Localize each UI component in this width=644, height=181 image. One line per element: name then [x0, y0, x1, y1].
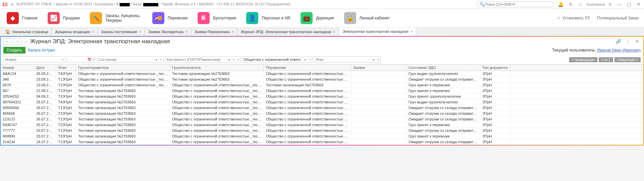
tab-заявки-экспедитора[interactable]: Заявки Экспедитора×	[145, 27, 191, 36]
nav-перевозки[interactable]: 🚚Перевозки	[148, 11, 192, 25]
nav-label: Бухгалтерия	[213, 16, 236, 20]
tab-close-icon[interactable]: ×	[411, 29, 413, 33]
nav-icon: 👤	[246, 12, 258, 24]
filter-stage-input[interactable]	[314, 58, 371, 62]
nav-forward-button[interactable]: →	[13, 38, 21, 45]
nav-личный-кабинет[interactable]: 🔒Личный кабинет	[339, 11, 394, 25]
tab-журнал-эпд-электронная-транспортная-накладная[interactable]: Журнал ЭПД: Электронная транспортная нак…	[237, 27, 339, 36]
filter-counterparty[interactable]: ▾ × ↗	[165, 56, 240, 63]
window-close-icon[interactable]: ✕	[635, 2, 642, 7]
filter-organization[interactable]: ▾ ×	[242, 56, 312, 63]
search-input[interactable]	[485, 2, 551, 6]
settings-lines-icon[interactable]: ≡	[607, 2, 613, 7]
cell-date: 14.07.2023	[34, 139, 56, 145]
nav-главное[interactable]: ◆Главное	[2, 11, 42, 25]
clear-icon[interactable]: ×	[60, 57, 65, 63]
tab-аукционы-входящие[interactable]: Аукционы входящие×	[52, 27, 98, 36]
table-row[interactable]: AAA12426.09.2023Т4ЭТрНОбщество с огранич…	[1, 71, 643, 77]
favorite-icon[interactable]: ☆	[577, 2, 584, 7]
col-date[interactable]: Дата	[34, 65, 56, 71]
window-minimize-icon[interactable]: —	[615, 2, 623, 7]
dropdown-icon[interactable]: ▾	[227, 57, 231, 63]
link-icon[interactable]: 🔗	[614, 39, 623, 44]
tab-close-icon[interactable]: ×	[185, 30, 187, 34]
dropdown-icon[interactable]: ▾	[303, 57, 307, 63]
clear-icon[interactable]: ×	[91, 57, 95, 63]
table-row[interactable]: 66666626.07.2023Т2ЭТрНТестовая организац…	[1, 111, 643, 116]
filter-counterparty-input[interactable]	[165, 58, 227, 62]
table-row[interactable]: 99999920.07.2023Т3ЭТрНТестовая организац…	[1, 133, 643, 139]
tab-close-icon[interactable]: ×	[232, 30, 234, 34]
filter-number-input[interactable]	[4, 58, 60, 62]
tab-начальная-страница[interactable]: 🏠Начальная страница	[2, 27, 52, 36]
nav-персонал-и-hr[interactable]: 👤Персонал и HR	[241, 11, 295, 25]
tab-close-icon[interactable]: ×	[333, 30, 335, 34]
filter-organization-input[interactable]	[242, 58, 303, 62]
table-row[interactable]: 21423414.07.2023Т1ЭТрНТестовая организац…	[1, 139, 643, 145]
menu-burger-icon[interactable]: ≡	[11, 2, 13, 7]
current-user-link[interactable]: Иванов Иван Иванович	[597, 48, 641, 53]
global-search[interactable]: 🔍	[477, 1, 554, 7]
nav-заказы-аукционы-тендеры[interactable]: 🔨Заказы, Аукционы, Тендеры	[85, 11, 147, 25]
filter-date[interactable]: 📅 ×	[67, 56, 95, 63]
table-row[interactable]: 12312326.07.2023Т1ЭТрНТестовая организац…	[1, 116, 643, 122]
window-maximize-icon[interactable]: ▢	[626, 2, 633, 7]
clear-icon[interactable]: ×	[159, 57, 163, 63]
cell-doctype: ЭТрН	[480, 111, 511, 116]
tab-заказы-поступившие[interactable]: Заказы поступившие×	[98, 27, 145, 36]
cell-shipper: Тестовая организация №2703663	[76, 133, 170, 139]
col-shipper[interactable]: Грузоотправитель	[76, 65, 170, 71]
cell-request	[351, 111, 407, 116]
clear-icon[interactable]: ×	[376, 57, 380, 63]
cell-shipper: Тестовая организация №2703663	[76, 122, 170, 127]
calendar-icon[interactable]: 📅	[87, 57, 91, 63]
history-icon[interactable]: ↻	[568, 2, 574, 7]
table-row[interactable]: 543674725.07.2023Т2ЭТрНТестовая организа…	[1, 122, 643, 128]
nav-дирекция[interactable]: 💼Дирекция	[296, 11, 339, 25]
table-row[interactable]: 56712.09.2023Т2ЭТрНТестовая организация …	[1, 88, 643, 94]
table-row[interactable]: 3253425204.09.2023Т3ЭТрНТестовая организ…	[1, 94, 643, 99]
page-favorite-icon[interactable]: ☆	[23, 38, 28, 45]
table-row[interactable]: 98765432126.07.2023Т4ЭТрНТестовая органи…	[1, 99, 643, 105]
dropdown-icon[interactable]: ▾	[154, 57, 159, 63]
table-row[interactable]: 5656565626.07.2023Т1ЭТрНТестовая организ…	[1, 105, 643, 111]
table-row[interactable]: 567813.09.2023Т2ЭТрНОбщество с ограничен…	[1, 82, 643, 88]
col-consignee[interactable]: Грузополучатель	[170, 65, 264, 71]
cell-date: 04.09.2023	[34, 94, 56, 99]
tab-электронная-транспортная-накладная[interactable]: Электронная транспортная накладная×	[339, 27, 416, 36]
col-doctype[interactable]: Тип документа	[480, 65, 511, 71]
create-button[interactable]: Создать	[3, 47, 25, 54]
clear-icon[interactable]: ×	[307, 57, 312, 63]
filter-number[interactable]: ×	[3, 56, 65, 63]
cell-shipper: Общество с ограниченной ответственностью…	[76, 77, 170, 82]
nav-продажи[interactable]: 📈Продажи	[43, 11, 85, 25]
pager-next-button[interactable]: следующая >	[614, 57, 641, 62]
open-icon[interactable]: ↗	[236, 57, 240, 63]
table-row[interactable]: 34823.09.2023Т1ЭТрНОбщество с ограниченн…	[1, 77, 643, 82]
tab-close-icon[interactable]: ×	[92, 30, 94, 34]
col-number[interactable]: Номер	[1, 65, 34, 71]
filter-date-input[interactable]	[67, 58, 87, 62]
filter-state-input[interactable]	[97, 58, 154, 62]
col-stage[interactable]: Этап	[56, 65, 76, 71]
kaluga-astral-link[interactable]: Калуга Астрал	[28, 48, 55, 53]
more-icon[interactable]: ⋮	[625, 39, 632, 44]
table-row[interactable]: 77777720.07.2023Т1ЭТрНТестовая организац…	[1, 128, 643, 133]
potential-order-button[interactable]: Потенциальный Заказ	[594, 14, 642, 22]
nav-back-button[interactable]: ←	[3, 38, 11, 45]
pager-prev-button[interactable]: < предыдущая	[569, 57, 597, 62]
filter-state[interactable]: ▾ ×	[97, 56, 164, 63]
tab-заявки-перевозчика[interactable]: Заявки Перевозчика×	[191, 27, 237, 36]
dropdown-icon[interactable]: ▾	[371, 57, 376, 63]
filter-stage[interactable]: ▾ ×	[314, 56, 381, 63]
nav-label: Главное	[22, 16, 38, 20]
col-carrier[interactable]: Перевозчик	[264, 65, 351, 71]
page-close-icon[interactable]: ✕	[634, 39, 641, 44]
bell-icon[interactable]: 🔔	[556, 2, 565, 7]
tab-close-icon[interactable]: ×	[139, 30, 141, 34]
nav-бухгалтерия[interactable]: 🖩Бухгалтерия	[193, 11, 241, 25]
col-edo-state[interactable]: Состояние ЭДО	[407, 65, 480, 71]
col-request[interactable]: Заявка	[351, 65, 407, 71]
install-ul-button[interactable]: ☆ Установить УЛ	[553, 14, 593, 22]
clear-icon[interactable]: ×	[231, 57, 236, 63]
